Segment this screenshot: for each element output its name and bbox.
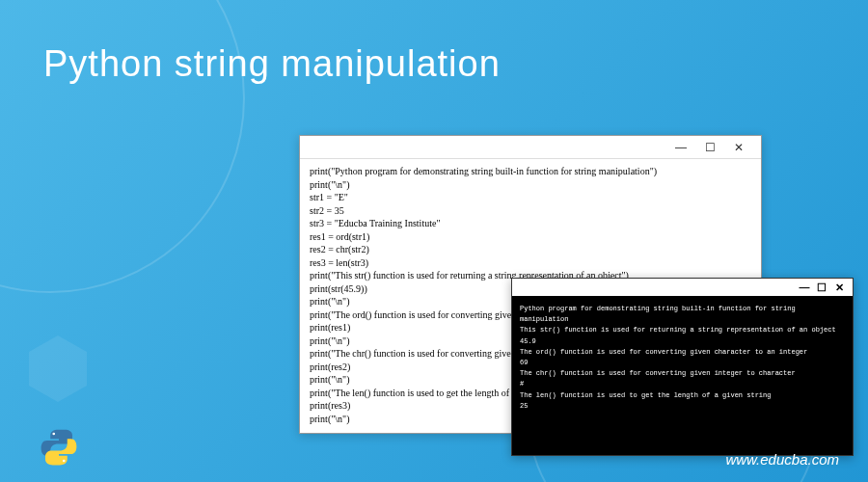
terminal-line: The chr() function is used for convertin… — [520, 368, 845, 379]
close-icon[interactable]: ✕ — [831, 281, 847, 294]
code-line: str3 = "Educba Training Institute" — [310, 217, 751, 230]
website-url: www.educba.com — [725, 451, 839, 468]
terminal-output: Python program for demonstrating string … — [512, 296, 853, 455]
maximize-icon[interactable]: ☐ — [695, 139, 724, 156]
terminal-line: 45.9 — [520, 336, 845, 347]
maximize-icon[interactable]: ☐ — [814, 281, 829, 294]
terminal-line: 69 — [520, 358, 845, 368]
code-line: res3 = len(str3) — [310, 256, 751, 270]
minimize-icon[interactable]: — — [797, 281, 812, 293]
code-line: str1 = "E" — [310, 191, 751, 204]
terminal-line: 25 — [520, 401, 845, 412]
page-title: Python string manipulation — [43, 43, 501, 85]
svg-point-0 — [52, 433, 55, 436]
terminal-line: Python program for demonstrating string … — [520, 304, 845, 325]
code-line: str2 = 35 — [310, 204, 751, 218]
python-logo-icon — [39, 427, 79, 468]
terminal-line: This str() function is used for returnin… — [520, 325, 845, 335]
code-line: res1 = ord(str1) — [310, 230, 751, 244]
code-line: res2 = chr(str2) — [310, 243, 751, 256]
terminal-line: The len() function is used to get the le… — [520, 390, 845, 401]
terminal-line: The ord() function is used for convertin… — [520, 347, 845, 358]
terminal-titlebar: — ☐ ✕ — [512, 279, 853, 296]
window-titlebar: — ☐ ✕ — [300, 136, 761, 159]
svg-point-1 — [63, 460, 66, 463]
terminal-line: # — [520, 379, 845, 389]
hexagon-decoration — [29, 352, 87, 386]
terminal-window: — ☐ ✕ Python program for demonstrating s… — [511, 278, 854, 456]
close-icon[interactable]: ✕ — [724, 139, 753, 156]
code-line: print("Python program for demonstrating … — [310, 165, 751, 178]
minimize-icon[interactable]: — — [666, 139, 695, 156]
code-line: print("\n") — [310, 178, 751, 192]
